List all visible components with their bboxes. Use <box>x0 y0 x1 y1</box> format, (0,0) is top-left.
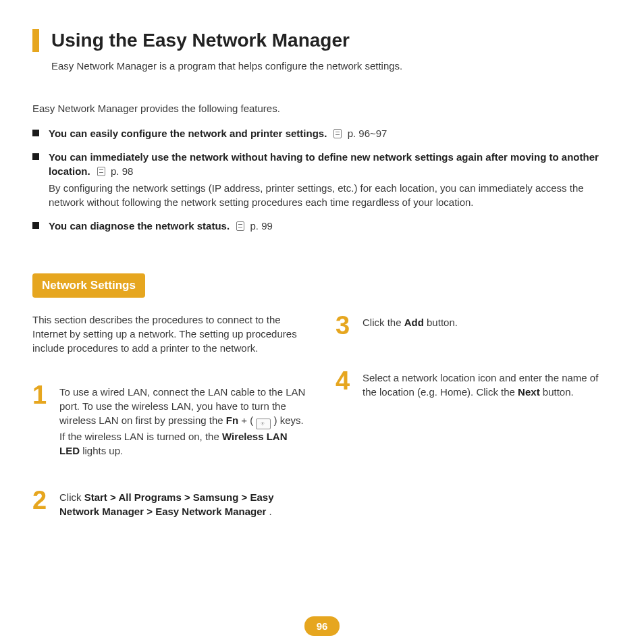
feature-item: You can diagnose the network status. p. … <box>32 219 612 233</box>
step-body: Select a network location icon and enter… <box>363 368 612 399</box>
feature-body: You can diagnose the network status. p. … <box>49 219 612 233</box>
feature-head: You can easily configure the network and… <box>49 128 327 139</box>
page-ref-icon <box>333 129 342 138</box>
left-column: This section describes the procedures to… <box>32 313 308 548</box>
section-badge: Network Settings <box>32 273 145 298</box>
step-text: button. <box>427 317 458 328</box>
feature-head: You can diagnose the network status. <box>49 220 230 232</box>
step-text: + ( <box>241 414 253 426</box>
step-number: 1 <box>32 382 53 408</box>
features-intro: Easy Network Manager provides the follow… <box>32 101 612 115</box>
bullet-icon <box>32 130 39 136</box>
step-text: lights up. <box>82 445 123 456</box>
step-number: 4 <box>336 368 356 394</box>
feature-body: You can easily configure the network and… <box>49 126 612 140</box>
page-title: Using the Easy Network Manager <box>51 27 350 53</box>
step-body: To use a wired LAN, connect the LAN cabl… <box>59 382 308 458</box>
bullet-icon <box>32 222 39 229</box>
step-body: Click the Add button. <box>363 313 612 329</box>
page-ref: p. 98 <box>111 165 133 177</box>
step-bold: Fn <box>226 414 238 426</box>
step-text: button. <box>543 386 574 398</box>
section-intro: This section describes the procedures to… <box>32 313 308 355</box>
step-3: 3 Click the Add button. <box>336 313 612 338</box>
step-bold: Add <box>404 317 424 328</box>
page-footer: 96 <box>0 616 644 636</box>
step-bold: Start > All Programs > Samsung > Easy Ne… <box>59 491 273 517</box>
feature-body: You can immediately use the network with… <box>49 150 612 209</box>
step-number: 2 <box>32 487 53 513</box>
step-body: Click Start > All Programs > Samsung > E… <box>59 487 308 518</box>
page-ref-icon <box>236 221 244 231</box>
step-text: Click the <box>363 317 404 328</box>
bullet-icon <box>32 153 39 160</box>
page-subtitle: Easy Network Manager is a program that h… <box>51 59 612 73</box>
feature-item: You can immediately use the network with… <box>32 150 612 209</box>
page-ref: p. 99 <box>250 220 272 232</box>
title-row: Using the Easy Network Manager <box>32 27 612 53</box>
features-list: You can easily configure the network and… <box>32 126 612 233</box>
step-2: 2 Click Start > All Programs > Samsung >… <box>32 487 308 518</box>
step-text: Click <box>59 491 84 503</box>
feature-desc: By configuring the network settings (IP … <box>49 181 612 209</box>
wireless-key-icon: ᯤ <box>256 419 271 429</box>
step-number: 3 <box>336 313 356 338</box>
feature-item: You can easily configure the network and… <box>32 126 612 140</box>
step-1: 1 To use a wired LAN, connect the LAN ca… <box>32 382 308 458</box>
step-bold: Next <box>518 386 540 398</box>
page-ref-icon <box>97 167 105 176</box>
step-4: 4 Select a network location icon and ent… <box>336 368 612 399</box>
page-number: 96 <box>304 616 340 636</box>
title-accent-bar <box>32 29 39 52</box>
steps-columns: This section describes the procedures to… <box>32 313 612 548</box>
step-text: . <box>269 506 272 517</box>
right-column: 3 Click the Add button. 4 Select a netwo… <box>336 313 612 548</box>
page-ref: p. 96~97 <box>348 128 387 139</box>
